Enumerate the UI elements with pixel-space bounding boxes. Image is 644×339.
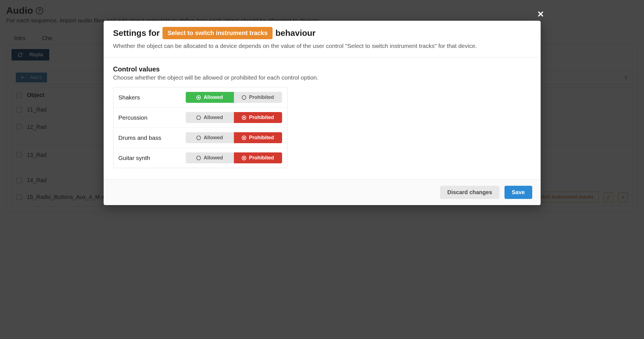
- allowed-toggle[interactable]: Allowed: [186, 152, 234, 163]
- section-title: Control values: [113, 65, 531, 73]
- prohibited-toggle[interactable]: Prohibited: [234, 112, 282, 123]
- control-chip: Select to switch instrument tracks: [162, 27, 273, 39]
- modal-footer: Discard changes Save: [104, 179, 541, 205]
- toggle-group: Allowed Prohibited: [186, 152, 282, 163]
- modal-title: Settings for Select to switch instrument…: [113, 27, 531, 39]
- radio-icon: [196, 115, 201, 120]
- control-label: Guitar synth: [118, 155, 150, 161]
- prohibited-toggle[interactable]: Prohibited: [234, 152, 282, 163]
- allowed-toggle[interactable]: Allowed: [186, 132, 234, 143]
- modal-title-suffix: behaviour: [275, 28, 315, 38]
- allowed-toggle[interactable]: Allowed: [186, 92, 234, 103]
- radio-icon: [196, 156, 201, 160]
- section-subtitle: Choose whether the object will be allowe…: [113, 74, 531, 81]
- modal-body: Control values Choose whether the object…: [104, 57, 541, 179]
- radio-icon: [196, 136, 201, 140]
- radio-icon: [242, 95, 246, 100]
- toggle-group: Allowed Prohibited: [186, 132, 282, 143]
- control-row-guitar-synth: Guitar synth Allowed Prohibited: [113, 148, 287, 168]
- control-row-shakers: Shakers Allowed Prohibited: [113, 87, 287, 108]
- control-label: Drums and bass: [118, 134, 161, 141]
- control-row-drums-bass: Drums and bass Allowed Prohibited: [113, 128, 287, 148]
- save-button[interactable]: Save: [504, 186, 532, 199]
- control-row-percussion: Percussion Allowed Prohibited: [113, 108, 287, 128]
- allowed-toggle[interactable]: Allowed: [186, 112, 234, 123]
- control-label: Shakers: [118, 94, 140, 101]
- close-icon: [537, 11, 544, 17]
- radio-icon: [242, 115, 246, 120]
- behaviour-settings-modal: Settings for Select to switch instrument…: [104, 21, 541, 205]
- radio-icon: [242, 156, 246, 160]
- radio-icon: [242, 136, 246, 140]
- modal-header: Settings for Select to switch instrument…: [104, 21, 541, 57]
- prohibited-toggle[interactable]: Prohibited: [234, 92, 282, 103]
- toggle-group: Allowed Prohibited: [186, 92, 282, 103]
- modal-subtitle: Whether the object can be allocated to a…: [113, 42, 522, 50]
- prohibited-toggle[interactable]: Prohibited: [234, 132, 282, 143]
- modal-close-button[interactable]: [535, 8, 546, 20]
- toggle-group: Allowed Prohibited: [186, 112, 282, 123]
- radio-icon: [196, 95, 201, 100]
- control-values-table: Shakers Allowed Prohibited Percussion: [113, 87, 287, 168]
- modal-title-prefix: Settings for: [113, 28, 160, 38]
- discard-button[interactable]: Discard changes: [440, 186, 499, 199]
- control-label: Percussion: [118, 114, 148, 121]
